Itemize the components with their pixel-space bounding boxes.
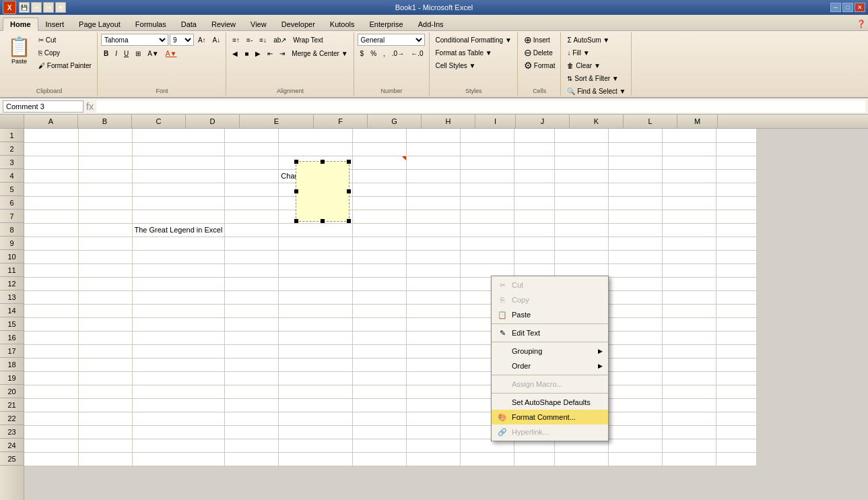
comma-button[interactable]: ,: [380, 47, 388, 59]
cell-m1[interactable]: [716, 129, 757, 142]
cell-k2[interactable]: [609, 142, 663, 156]
bold-button[interactable]: B: [101, 47, 111, 59]
cell-d8[interactable]: [225, 223, 279, 237]
cell-j4[interactable]: [555, 169, 609, 183]
cell-l4[interactable]: [663, 169, 716, 183]
cell-a1[interactable]: [24, 129, 78, 142]
tab-data[interactable]: Data: [174, 18, 204, 30]
row-header-19[interactable]: 19: [0, 371, 24, 385]
row-header-16[interactable]: 16: [0, 331, 24, 344]
maximize-button[interactable]: □: [842, 3, 853, 12]
indent-increase-button[interactable]: ⇥: [277, 47, 288, 59]
format-table-button[interactable]: Format as Table ▼: [433, 46, 514, 59]
conditional-formatting-button[interactable]: Conditional Formatting ▼: [433, 34, 514, 46]
cell-k1[interactable]: [609, 129, 663, 142]
insert-cell-button[interactable]: ⊕ Insert: [521, 34, 558, 46]
decrease-font-button[interactable]: A↓: [210, 34, 224, 46]
fill-button[interactable]: ↓ Fill ▼: [564, 46, 628, 59]
cell-i2[interactable]: [514, 142, 555, 156]
tab-formulas[interactable]: Formulas: [128, 18, 174, 30]
cell-b3[interactable]: [78, 156, 132, 169]
cell-f7[interactable]: [353, 210, 407, 223]
cell-k8[interactable]: [609, 223, 663, 237]
cell-f8[interactable]: [353, 223, 407, 237]
cell-j2[interactable]: [555, 142, 609, 156]
cell-b5[interactable]: [78, 183, 132, 196]
cell-f2[interactable]: [353, 142, 407, 156]
font-name-select[interactable]: Tahoma: [101, 34, 168, 46]
row-header-8[interactable]: 8: [0, 223, 24, 237]
tab-enterprise[interactable]: Enterprise: [362, 18, 411, 30]
col-header-g[interactable]: G: [368, 115, 422, 128]
cell-e8[interactable]: [279, 223, 353, 237]
col-header-b[interactable]: B: [78, 115, 132, 128]
col-header-c[interactable]: C: [132, 115, 186, 128]
cell-a2[interactable]: [24, 142, 78, 156]
cell-l8[interactable]: [663, 223, 716, 237]
row-header-23[interactable]: 23: [0, 425, 24, 439]
cell-k5[interactable]: [609, 183, 663, 196]
cell-b4[interactable]: [78, 169, 132, 183]
cell-l2[interactable]: [663, 142, 716, 156]
tab-kutools[interactable]: Kutools: [323, 18, 362, 30]
row-header-5[interactable]: 5: [0, 183, 24, 196]
align-left-button[interactable]: ◀: [230, 47, 240, 59]
redo-qa-icon[interactable]: ↪: [43, 2, 54, 13]
orientation-button[interactable]: ab↗: [271, 34, 289, 46]
save-qa-icon[interactable]: 💾: [19, 2, 30, 13]
col-header-d[interactable]: D: [186, 115, 240, 128]
cell-a6[interactable]: [24, 196, 78, 210]
cell-m7[interactable]: [716, 210, 757, 223]
comment-box[interactable]: [296, 161, 349, 222]
number-format-select[interactable]: General: [358, 34, 425, 46]
cell-j1[interactable]: [555, 129, 609, 142]
row-header-14[interactable]: 14: [0, 304, 24, 317]
cell-j8[interactable]: [555, 223, 609, 237]
col-header-a[interactable]: A: [24, 115, 78, 128]
row-header-7[interactable]: 7: [0, 210, 24, 223]
wrap-text-button[interactable]: Wrap Text: [290, 34, 326, 46]
row-header-17[interactable]: 17: [0, 344, 24, 358]
find-select-button[interactable]: 🔍 Find & Select ▼: [564, 85, 628, 97]
tab-developer[interactable]: Developer: [274, 18, 323, 30]
increase-font-button[interactable]: A↑: [195, 34, 209, 46]
row-header-25[interactable]: 25: [0, 452, 24, 466]
format-painter-button[interactable]: 🖌 Format Painter: [36, 59, 94, 71]
cut-button[interactable]: ✂ Cut: [36, 34, 94, 46]
row-header-13[interactable]: 13: [0, 290, 24, 304]
cell-m5[interactable]: [716, 183, 757, 196]
handle-tr[interactable]: [347, 160, 351, 164]
cell-b8[interactable]: [78, 223, 132, 237]
format-cell-button[interactable]: ⚙ Format: [521, 59, 558, 71]
cell-c3[interactable]: [132, 156, 225, 169]
cell-i1[interactable]: [514, 129, 555, 142]
percent-button[interactable]: %: [368, 47, 379, 59]
cell-i8[interactable]: [514, 223, 555, 237]
ctx-grouping[interactable]: Grouping ▶: [492, 344, 608, 358]
border-button[interactable]: ⊞: [133, 47, 143, 59]
align-right-button[interactable]: ▶: [253, 47, 263, 59]
copy-button[interactable]: ⎘ Copy: [36, 46, 94, 59]
cell-g4[interactable]: [407, 169, 461, 183]
cell-g5[interactable]: [407, 183, 461, 196]
cell-d5[interactable]: [225, 183, 279, 196]
cell-m4[interactable]: [716, 169, 757, 183]
decrease-decimal-button[interactable]: ←.0: [408, 47, 426, 59]
cell-d2[interactable]: [225, 142, 279, 156]
ctx-autoshape[interactable]: Set AutoShape Defaults: [492, 395, 608, 410]
col-header-j[interactable]: J: [516, 115, 570, 128]
cell-c8[interactable]: The Great Legend in Excel: [132, 223, 225, 237]
row-header-20[interactable]: 20: [0, 385, 24, 398]
cell-h2[interactable]: [461, 142, 514, 156]
cell-i3[interactable]: [514, 156, 555, 169]
ctx-format-comment[interactable]: 🎨 Format Comment...: [492, 410, 608, 425]
cell-k6[interactable]: [609, 196, 663, 210]
handle-br[interactable]: [347, 219, 351, 223]
ctx-cut[interactable]: ✂ Cut: [492, 278, 608, 292]
handle-tm[interactable]: [321, 160, 325, 164]
cell-f6[interactable]: [353, 196, 407, 210]
cell-f1[interactable]: [353, 129, 407, 142]
ctx-paste[interactable]: 📋 Paste: [492, 307, 608, 322]
cell-i5[interactable]: [514, 183, 555, 196]
cell-g8[interactable]: [407, 223, 461, 237]
